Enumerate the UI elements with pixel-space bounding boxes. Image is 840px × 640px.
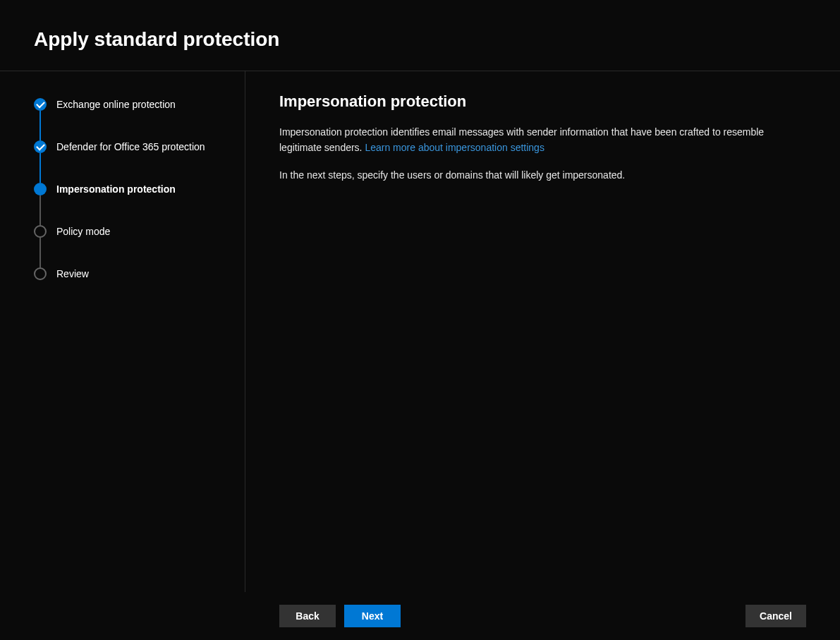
content-description: Impersonation protection identifies emai…	[279, 125, 806, 155]
current-step-icon	[34, 183, 47, 195]
step-label: Review	[56, 268, 89, 279]
step-connector	[39, 238, 41, 267]
step-impersonation[interactable]: Impersonation protection	[34, 183, 231, 195]
content-heading: Impersonation protection	[279, 92, 806, 111]
checkmark-icon	[34, 140, 47, 153]
step-label: Defender for Office 365 protection	[56, 141, 205, 152]
step-connector	[39, 195, 41, 225]
step-connector	[39, 111, 41, 140]
step-label: Exchange online protection	[56, 99, 176, 110]
pending-step-icon	[34, 225, 47, 238]
step-content: Impersonation protection Impersonation p…	[245, 71, 840, 592]
next-button[interactable]: Next	[344, 605, 401, 627]
step-connector	[39, 153, 41, 183]
step-defender-365[interactable]: Defender for Office 365 protection	[34, 140, 231, 153]
content-instruction: In the next steps, specify the users or …	[279, 168, 806, 183]
learn-more-link[interactable]: Learn more about impersonation settings	[365, 142, 544, 153]
step-review[interactable]: Review	[34, 267, 231, 280]
step-sidebar: Exchange online protection Defender for …	[0, 71, 245, 592]
wizard-footer: Back Next Cancel	[0, 592, 840, 640]
wizard-header: Apply standard protection	[0, 0, 840, 71]
step-label: Policy mode	[56, 226, 110, 237]
wizard-body: Exchange online protection Defender for …	[0, 71, 840, 592]
step-label: Impersonation protection	[56, 183, 176, 195]
step-exchange-online[interactable]: Exchange online protection	[34, 98, 231, 111]
back-button[interactable]: Back	[279, 605, 336, 627]
pending-step-icon	[34, 267, 47, 280]
step-policy-mode[interactable]: Policy mode	[34, 225, 231, 238]
checkmark-icon	[34, 98, 47, 111]
step-list: Exchange online protection Defender for …	[34, 98, 231, 280]
cancel-button[interactable]: Cancel	[745, 605, 806, 627]
page-title: Apply standard protection	[34, 28, 806, 51]
